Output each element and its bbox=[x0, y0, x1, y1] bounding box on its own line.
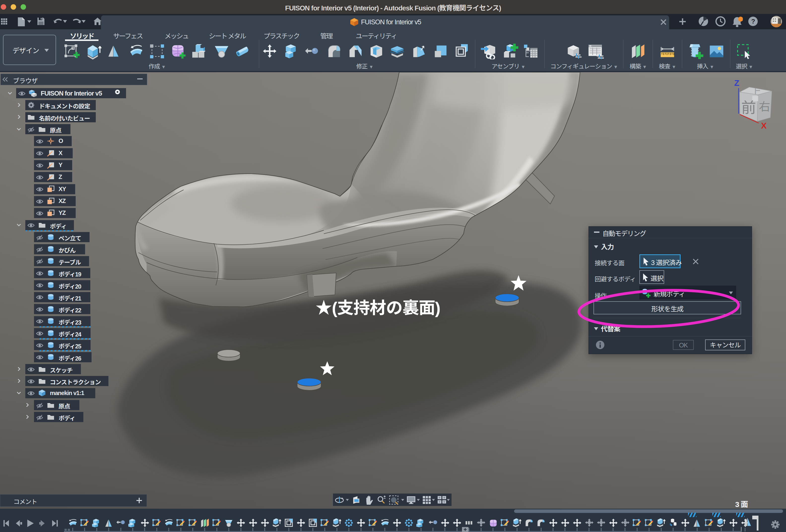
svg-text:?: ? bbox=[751, 18, 755, 25]
svg-text:前: 前 bbox=[741, 95, 756, 117]
svg-text:右: 右 bbox=[759, 97, 770, 114]
svg-text:Z: Z bbox=[734, 78, 739, 88]
svg-text:X: X bbox=[761, 121, 767, 130]
